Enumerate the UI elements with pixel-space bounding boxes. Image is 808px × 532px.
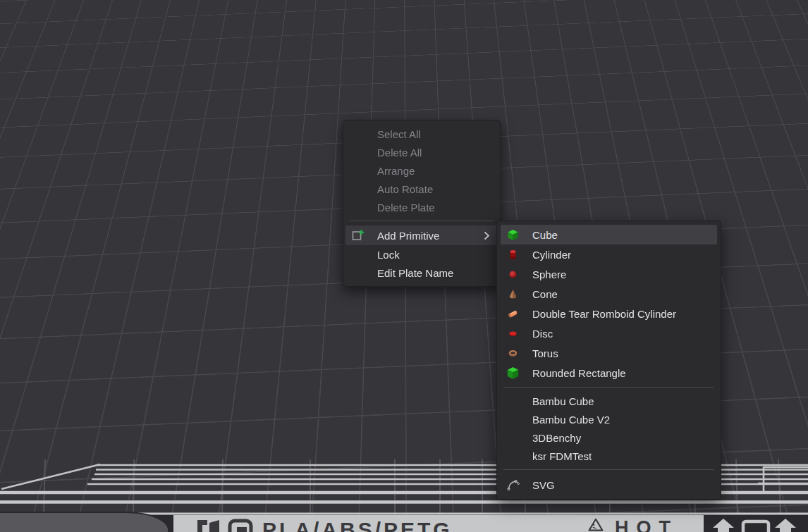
arrow-up-icon	[775, 519, 796, 532]
menu-item-lock[interactable]: Lock	[343, 245, 500, 264]
plate-lift-tab	[0, 512, 169, 532]
plate-front-edge: PLA/ABS/PETG HOT	[173, 515, 704, 532]
submenu-separator	[503, 469, 714, 470]
cone-icon	[507, 288, 520, 300]
menu-item-delete-plate[interactable]: Delete Plate	[343, 198, 500, 216]
submenu-item-svg[interactable]: SVG	[497, 474, 721, 495]
menu-item-auto-rotate[interactable]: Auto Rotate	[343, 180, 500, 198]
cube-icon	[507, 229, 520, 241]
torus-icon	[507, 347, 520, 359]
submenu-item-bambu-cube-v2[interactable]: Bambu Cube V2	[497, 410, 721, 428]
submenu-item-cone[interactable]: Cone	[497, 284, 721, 304]
hot-warning-icon	[582, 518, 609, 532]
plate-slot-icon	[743, 521, 769, 532]
submenu-item-disc[interactable]: Disc	[497, 323, 721, 343]
add-primitive-submenu: Cube Cylinder Sphere	[496, 221, 721, 500]
hot-label: HOT	[615, 517, 678, 532]
submenu-item-cylinder[interactable]: Cylinder	[497, 245, 721, 264]
submenu-item-sphere[interactable]: Sphere	[497, 264, 721, 284]
add-primitive-icon	[352, 229, 365, 242]
menu-item-add-primitive[interactable]: Add Primitive	[343, 225, 500, 245]
submenu-item-3dbenchy[interactable]: 3DBenchy	[497, 428, 721, 447]
menu-item-delete-all[interactable]: Delete All	[343, 143, 500, 161]
submenu-item-torus[interactable]: Torus	[497, 343, 721, 363]
submenu-item-cube[interactable]: Cube	[497, 225, 721, 245]
chevron-right-icon	[484, 231, 490, 240]
submenu-item-bambu-cube[interactable]: Bambu Cube	[497, 392, 721, 410]
submenu-item-double-tear-romboid-cylinder[interactable]: Double Tear Romboid Cylinder	[497, 304, 721, 323]
double-tear-romboid-cylinder-icon	[507, 308, 520, 320]
bezier-curve-icon	[507, 478, 520, 491]
submenu-item-ksr-fdmtest[interactable]: ksr FDMTest	[497, 447, 721, 465]
plate-material-label: PLA/ABS/PETG	[262, 518, 453, 532]
arrow-up-icon	[713, 519, 734, 532]
plate-context-menu: Select All Delete All Arrange Auto Rotat…	[343, 120, 501, 287]
menu-item-edit-plate-name[interactable]: Edit Plate Name	[343, 264, 500, 282]
menu-item-select-all[interactable]: Select All	[343, 125, 500, 143]
submenu-item-rounded-rectangle[interactable]: Rounded Rectangle	[497, 363, 721, 383]
menu-item-arrange[interactable]: Arrange	[343, 161, 500, 180]
sphere-icon	[507, 268, 520, 280]
bambu-logo-icon	[196, 519, 261, 532]
submenu-separator	[503, 387, 714, 388]
disc-icon	[507, 328, 520, 340]
viewport-3d: PLA/ABS/PETG HOT Select All Delete All A…	[0, 0, 808, 532]
plate-orientation-marks	[712, 518, 808, 532]
cylinder-icon	[507, 249, 520, 261]
rounded-rectangle-icon	[507, 367, 520, 379]
menu-separator	[350, 221, 494, 221]
